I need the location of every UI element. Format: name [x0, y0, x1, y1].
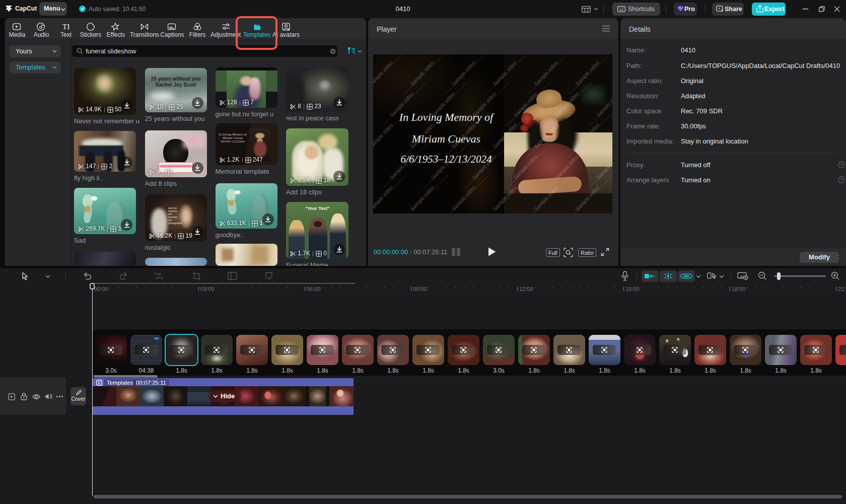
svg-text:Sample video: Sample video	[388, 153, 414, 181]
svg-text:Sample video: Sample video	[553, 91, 580, 118]
svg-text:Sample video: Sample video	[533, 122, 559, 150]
svg-text:Sample video: Sample video	[512, 153, 538, 181]
svg-text:TI: TI	[62, 22, 70, 31]
svg-text:Sample video: Sample video	[574, 59, 600, 87]
svg-text:Sample video: Sample video	[373, 122, 394, 150]
svg-text:Sample video: Sample video	[409, 59, 435, 87]
svg-text:Sample video: Sample video	[450, 59, 476, 87]
svg-text:Sample video: Sample video	[491, 122, 518, 150]
svg-text:?: ?	[840, 177, 842, 182]
svg-text:Sample video: Sample video	[574, 122, 600, 150]
svg-text:Sample video: Sample video	[430, 91, 456, 118]
svg-text:Sample video: Sample video	[512, 91, 538, 118]
svg-text:?: ?	[840, 162, 842, 167]
svg-text:Sample video: Sample video	[595, 91, 612, 118]
svg-text:Sample video: Sample video	[373, 184, 394, 212]
svg-text:Sample video: Sample video	[471, 153, 497, 181]
svg-text:Sample video: Sample video	[450, 184, 476, 212]
svg-text:Sample video: Sample video	[533, 59, 559, 87]
svg-text:Sample video: Sample video	[450, 122, 476, 150]
svg-text:Sample video: Sample video	[491, 184, 518, 212]
svg-text:Sample video: Sample video	[409, 122, 435, 150]
svg-text:Sample video: Sample video	[574, 184, 600, 212]
svg-text:Sample video: Sample video	[533, 184, 559, 212]
svg-text:Sample video: Sample video	[595, 153, 612, 181]
svg-text:Sample video: Sample video	[491, 59, 518, 87]
svg-text:Sample video: Sample video	[373, 59, 394, 87]
svg-text:Sample video: Sample video	[553, 153, 580, 181]
svg-text:Sample video: Sample video	[471, 91, 497, 118]
svg-text:Sample video: Sample video	[388, 91, 414, 118]
svg-text:Sample video: Sample video	[430, 153, 456, 181]
svg-text:Sample video: Sample video	[409, 184, 435, 212]
